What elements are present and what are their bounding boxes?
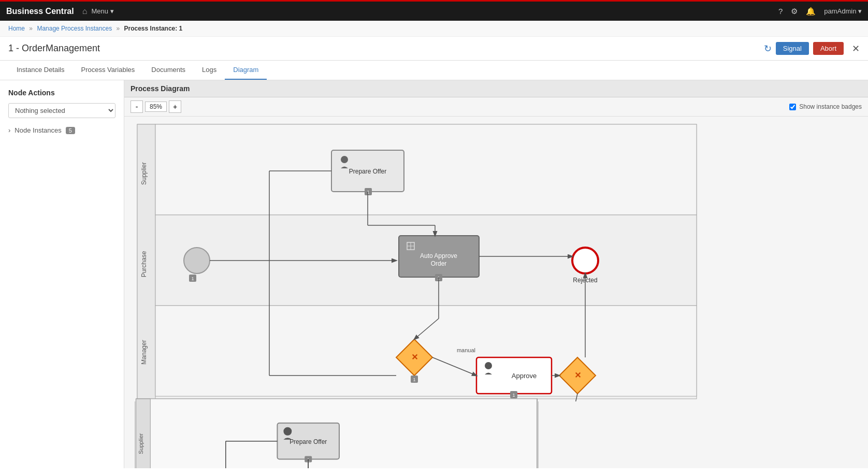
tab-process-variables[interactable]: Process Variables (73, 61, 143, 80)
zoom-in-button[interactable]: + (169, 100, 181, 113)
manual-label: manual (457, 347, 475, 353)
sidebar: Node Actions Nothing selected › Node Ins… (0, 80, 124, 468)
refresh-button[interactable]: ↻ (764, 43, 772, 54)
diagram-toolbar: - 85% + Show instance badges (124, 97, 868, 117)
help-icon[interactable]: ? (778, 7, 783, 16)
tab-logs[interactable]: Logs (194, 61, 225, 80)
show-badges-label: Show instance badges (799, 103, 862, 110)
svg-text:1: 1 (191, 276, 194, 281)
node-instances-header[interactable]: › Node Instances 5 (8, 126, 115, 134)
auto-approve-label: Auto Approve (420, 252, 457, 259)
node-instances-section: › Node Instances 5 (8, 126, 115, 134)
tab-instance-details[interactable]: Instance Details (8, 61, 73, 80)
node-instances-arrow: › (8, 126, 10, 134)
settings-icon[interactable]: ⚙ (791, 7, 798, 16)
bpmn-diagram: Supplier Purchase Manager 1 Prepare O (135, 122, 704, 401)
sidebar-title: Node Actions (8, 89, 115, 97)
main-layout: Node Actions Nothing selected › Node Ins… (0, 80, 868, 468)
notifications-icon[interactable]: 🔔 (806, 7, 816, 16)
user-menu[interactable]: pamAdmin ▾ (824, 7, 862, 15)
svg-point-60 (283, 427, 292, 436)
svg-text:Prepare Offer: Prepare Offer (290, 438, 327, 445)
svg-text:1: 1 (367, 190, 369, 195)
breadcrumb-manage[interactable]: Manage Process Instances (37, 25, 112, 32)
lane-manager-label: Manager (140, 340, 148, 364)
page-header: 1 - OrderManagement ↻ Signal Abort ✕ (0, 37, 868, 61)
lane-supplier-label: Supplier (140, 162, 148, 185)
svg-text:✕: ✕ (574, 371, 581, 380)
node-instances-count: 5 (66, 127, 75, 134)
svg-text:Order: Order (431, 260, 447, 267)
svg-rect-52 (150, 399, 537, 468)
page-title: 1 - OrderManagement (8, 43, 764, 54)
close-button[interactable]: ✕ (852, 43, 860, 54)
node-actions-select[interactable]: Nothing selected (8, 103, 115, 118)
diagram-area: Process Diagram - 85% + Show instance ba… (124, 80, 868, 468)
tabs-bar: Instance Details Process Variables Docum… (0, 61, 868, 80)
navbar: Business Central ⌂ Menu ▾ ? ⚙ 🔔 pamAdmin… (0, 0, 868, 21)
svg-rect-2 (155, 124, 697, 215)
rejected-event[interactable] (572, 248, 598, 273)
tab-diagram[interactable]: Diagram (225, 61, 267, 80)
abort-button[interactable]: Abort (813, 42, 844, 55)
approve-label: Approve (512, 372, 537, 380)
show-badges-control[interactable]: Show instance badges (789, 103, 862, 110)
zoom-out-button[interactable]: - (131, 100, 143, 113)
svg-text:1: 1 (512, 393, 515, 398)
svg-point-19 (485, 362, 492, 369)
breadcrumb: Home » Manage Process Instances » Proces… (0, 21, 868, 37)
zoom-display[interactable]: 85% (145, 102, 167, 112)
svg-text:1: 1 (413, 377, 415, 382)
node-instances-label: Node Instances (15, 126, 61, 134)
show-badges-checkbox[interactable] (789, 104, 796, 110)
svg-point-7 (341, 156, 348, 163)
signal-button[interactable]: Signal (776, 42, 809, 55)
bpmn-diagram-main: Supplier Purchase Manager 1 Prepare Offe… (135, 398, 539, 468)
prepare-offer-label: Prepare Offer (349, 168, 386, 175)
navbar-right: ? ⚙ 🔔 pamAdmin ▾ (778, 7, 862, 16)
lane-purchase-label: Purchase (140, 251, 148, 277)
home-icon[interactable]: ⌂ (82, 7, 88, 16)
svg-text:✕: ✕ (411, 353, 418, 362)
brand-logo: Business Central (6, 7, 74, 16)
menu-button[interactable]: Menu ▾ (91, 7, 113, 15)
diagram-title: Process Diagram (131, 84, 190, 93)
diagram-header: Process Diagram (124, 80, 868, 97)
breadcrumb-home[interactable]: Home (8, 25, 25, 32)
page-actions: ↻ Signal Abort ✕ (764, 42, 860, 55)
svg-text:Supplier: Supplier (138, 433, 144, 454)
tab-documents[interactable]: Documents (143, 61, 194, 80)
start-event[interactable] (184, 248, 210, 273)
bpmn-container: Supplier Purchase Manager 1 Prepare O (124, 117, 868, 468)
breadcrumb-current: Process Instance: 1 (124, 25, 183, 32)
